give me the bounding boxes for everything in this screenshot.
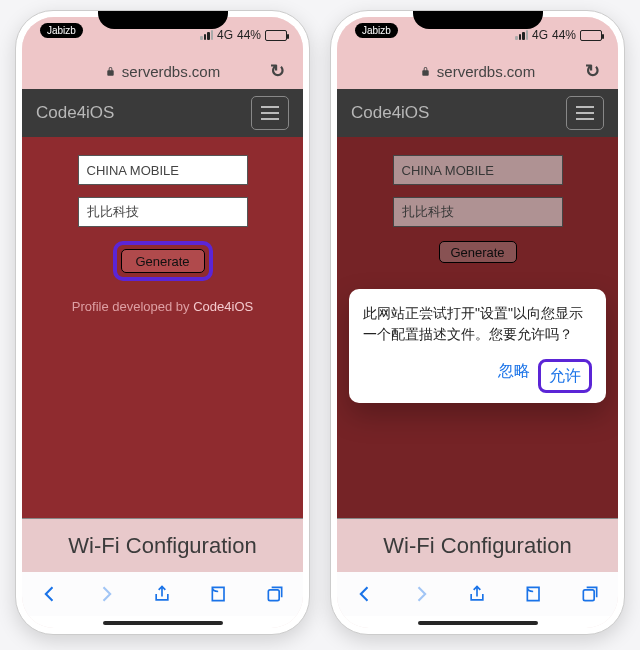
bookmarks-icon[interactable]: [208, 583, 230, 605]
allow-button[interactable]: 允许: [549, 367, 581, 384]
phone-right: Jabizb 4G 44% serverdbs.com ↻ Code4iOS: [330, 10, 625, 635]
url-display: serverdbs.com: [420, 63, 535, 80]
share-icon[interactable]: [466, 583, 488, 605]
status-right: 4G 44%: [515, 28, 602, 42]
share-icon[interactable]: [151, 583, 173, 605]
content: Generate 此网站正尝试打开"设置"以向您显示一个配置描述文件。您要允许吗…: [337, 137, 618, 572]
generate-button[interactable]: Generate: [121, 249, 205, 273]
urlbar[interactable]: serverdbs.com ↻: [337, 53, 618, 89]
app-badge: Jabizb: [40, 23, 83, 38]
lock-icon: [105, 66, 116, 77]
notch: [98, 10, 228, 29]
battery-label: 44%: [237, 28, 261, 42]
content: Generate Profile developed by Code4iOS W…: [22, 137, 303, 572]
network-label: 4G: [217, 28, 233, 42]
bookmarks-icon[interactable]: [523, 583, 545, 605]
home-indicator: [103, 621, 223, 625]
signal-icon: [200, 30, 213, 40]
signal-icon: [515, 30, 528, 40]
battery-icon: [265, 30, 287, 41]
phone-left: Jabizb 4G 44% serverdbs.com ↻ Code4iOS: [15, 10, 310, 635]
credit-prefix: Profile developed by: [72, 299, 193, 314]
generate-highlight: Generate: [113, 241, 213, 281]
back-icon[interactable]: [39, 583, 61, 605]
status-right: 4G 44%: [200, 28, 287, 42]
forward-icon[interactable]: [410, 583, 432, 605]
wifi-config-heading: Wi-Fi Configuration: [337, 518, 618, 572]
domain-label: serverdbs.com: [437, 63, 535, 80]
dialog-message: 此网站正尝试打开"设置"以向您显示一个配置描述文件。您要允许吗？: [363, 303, 592, 345]
urlbar[interactable]: serverdbs.com ↻: [22, 53, 303, 89]
domain-label: serverdbs.com: [122, 63, 220, 80]
app-badge: Jabizb: [355, 23, 398, 38]
safari-toolbar: [337, 572, 618, 616]
credit-link[interactable]: Code4iOS: [193, 299, 253, 314]
safari-toolbar: [22, 572, 303, 616]
hamburger-icon[interactable]: [251, 96, 289, 130]
home-indicator: [418, 621, 538, 625]
carrier-input[interactable]: [78, 155, 248, 185]
name-input[interactable]: [78, 197, 248, 227]
refresh-icon[interactable]: ↻: [270, 60, 285, 82]
url-display: serverdbs.com: [105, 63, 220, 80]
battery-label: 44%: [552, 28, 576, 42]
battery-icon: [580, 30, 602, 41]
tabs-icon[interactable]: [579, 583, 601, 605]
notch: [413, 10, 543, 29]
page-title: Code4iOS: [36, 103, 114, 123]
lock-icon: [420, 66, 431, 77]
navbar: Code4iOS: [22, 89, 303, 137]
page-title: Code4iOS: [351, 103, 429, 123]
svg-rect-1: [583, 590, 594, 601]
svg-rect-0: [268, 590, 279, 601]
permission-dialog: 此网站正尝试打开"设置"以向您显示一个配置描述文件。您要允许吗？ 忽略 允许: [349, 289, 606, 403]
wifi-config-heading: Wi-Fi Configuration: [22, 518, 303, 572]
screen-left: Jabizb 4G 44% serverdbs.com ↻ Code4iOS: [22, 17, 303, 628]
network-label: 4G: [532, 28, 548, 42]
navbar: Code4iOS: [337, 89, 618, 137]
dialog-actions: 忽略 允许: [363, 359, 592, 393]
forward-icon[interactable]: [95, 583, 117, 605]
hamburger-icon[interactable]: [566, 96, 604, 130]
ignore-button[interactable]: 忽略: [498, 359, 530, 393]
back-icon[interactable]: [354, 583, 376, 605]
refresh-icon[interactable]: ↻: [585, 60, 600, 82]
allow-highlight: 允许: [538, 359, 592, 393]
tabs-icon[interactable]: [264, 583, 286, 605]
screen-right: Jabizb 4G 44% serverdbs.com ↻ Code4iOS: [337, 17, 618, 628]
credit-line: Profile developed by Code4iOS: [72, 299, 253, 314]
